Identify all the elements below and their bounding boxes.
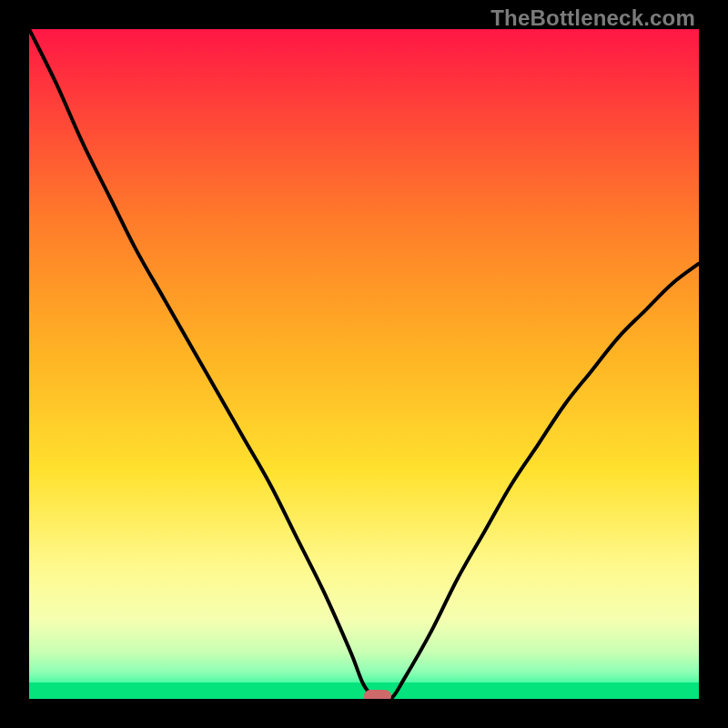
minimum-marker	[364, 690, 391, 699]
chart-frame: TheBottleneck.com	[0, 0, 728, 728]
gradient-background	[29, 29, 699, 699]
svg-rect-0	[29, 29, 699, 699]
plot-area	[29, 29, 699, 699]
watermark-text: TheBottleneck.com	[490, 5, 695, 31]
